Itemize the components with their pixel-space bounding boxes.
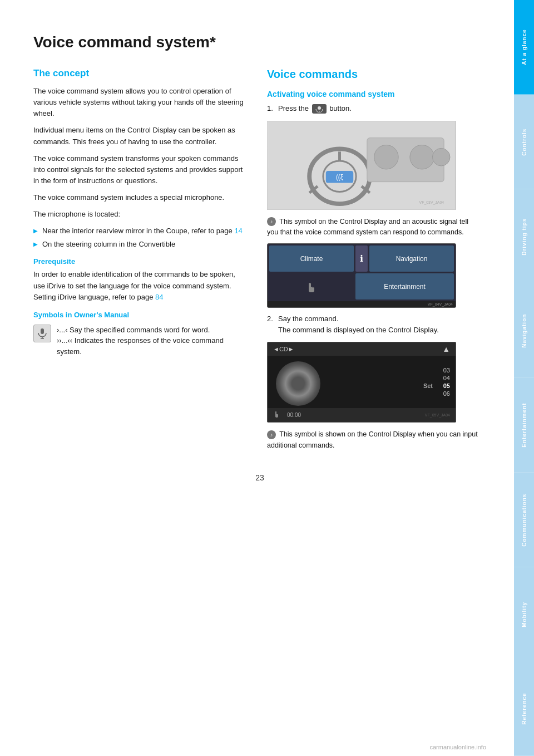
sidebar-tab-navigation[interactable]: Navigation: [514, 283, 534, 378]
note-symbol-1: ♪: [267, 217, 276, 226]
activating-heading: Activating voice command system: [267, 90, 478, 99]
svg-text:((ξ: ((ξ: [336, 173, 344, 180]
cd-header: ◄ CD ► ▲: [268, 342, 456, 356]
cd-hand-icon: [273, 410, 284, 419]
track-03-num: 03: [436, 367, 450, 374]
page-number: 23: [33, 473, 486, 482]
page-title: Voice command system*: [33, 33, 486, 51]
track-05-label: Set: [329, 382, 436, 389]
bullet-text-2: On the steering column in the Convertibl…: [42, 239, 175, 250]
prerequisite-heading: Prerequisite: [33, 257, 245, 266]
voice-commands-heading: Voice commands: [267, 68, 478, 81]
svg-point-15: [432, 148, 450, 166]
concept-heading: The concept: [33, 68, 245, 79]
display-watermark: VF_04V_JA04: [268, 301, 456, 307]
two-column-layout: The concept The voice command system all…: [33, 68, 486, 456]
car-svg: ((ξ VF_03V_JA04: [268, 121, 456, 209]
page-link-84[interactable]: 84: [155, 293, 163, 301]
bullet-item-2: ▶ On the steering column in the Converti…: [33, 239, 245, 250]
sidebar: At a glance Controls Driving tips Naviga…: [514, 0, 534, 756]
mic-button-icon: [312, 104, 327, 114]
sidebar-label-mobility: Mobility: [521, 601, 527, 627]
sidebar-tab-at-a-glance[interactable]: At a glance: [514, 0, 534, 95]
concept-para-3: The voice command system transforms your…: [33, 153, 245, 186]
cd-body: 03 04 Set 05: [268, 356, 456, 408]
cd-label: CD: [279, 346, 288, 352]
step-1-text: Press the button.: [278, 103, 478, 114]
page-link-14[interactable]: 14: [234, 227, 242, 235]
cd-track-06: 06: [329, 390, 450, 397]
mic-symbol-icon: [33, 325, 51, 342]
sidebar-tab-driving-tips[interactable]: Driving tips: [514, 189, 534, 284]
bullet-arrow-icon-2: ▶: [33, 240, 38, 248]
symbol-description: ›...‹ Say the specified commands word fo…: [57, 325, 245, 357]
step-number-1: 1.: [267, 103, 278, 114]
page-container: Voice command system* The concept The vo…: [0, 0, 534, 756]
concept-para-1: The voice command system allows you to c…: [33, 86, 245, 119]
sidebar-label-navigation: Navigation: [521, 314, 527, 348]
cd-display-image: ◄ CD ► ▲ 03: [267, 342, 456, 423]
sidebar-label-communications: Communications: [521, 493, 527, 546]
note-1-text: ♪ This symbol on the Control Display and…: [267, 217, 478, 238]
note-symbol-2: ♪: [267, 430, 276, 439]
sidebar-tab-mobility[interactable]: Mobility: [514, 567, 534, 662]
cd-time: 00:00: [287, 412, 301, 418]
left-column: The concept The voice command system all…: [33, 68, 245, 456]
sidebar-label-entertainment: Entertainment: [521, 403, 527, 448]
display-grid: Climate ℹ Navigation Entertainment: [268, 244, 456, 301]
step-2-text: Say the command.The command is displayed…: [278, 313, 478, 335]
cd-next-icon: ►: [288, 346, 294, 352]
prerequisite-text: In order to enable identification of the…: [33, 269, 245, 302]
svg-rect-4: [318, 106, 321, 110]
cd-track-03: 03: [329, 367, 450, 374]
sidebar-label-reference: Reference: [521, 693, 527, 724]
cd-menu-icon: ▲: [442, 345, 450, 354]
concept-para-5: The microphone is located:: [33, 209, 245, 220]
bullet-item-1: ▶ Near the interior rearview mirror in t…: [33, 225, 245, 237]
sidebar-label-controls: Controls: [521, 128, 527, 155]
track-04-num: 04: [436, 375, 450, 381]
symbol-response-text: ››...‹‹ Indicates the responses of the v…: [57, 336, 224, 356]
step-number-2: 2.: [267, 313, 278, 325]
cd-track-04: 04: [329, 375, 450, 381]
svg-point-13: [374, 145, 398, 169]
cd-watermark: VF_05V_JA04: [301, 413, 450, 417]
concept-para-2: Individual menu items on the Control Dis…: [33, 125, 245, 147]
sidebar-tab-entertainment[interactable]: Entertainment: [514, 378, 534, 473]
svg-text:VF_03V_JA04: VF_03V_JA04: [419, 200, 444, 205]
watermark: carmanualonline.info: [429, 744, 486, 750]
cd-track-05: Set 05: [329, 382, 450, 389]
right-column: Voice commands Activating voice command …: [267, 68, 478, 456]
cd-footer: 00:00 VF_05V_JA04: [268, 408, 456, 422]
hand-icon: [304, 279, 319, 294]
bullet-arrow-icon: ▶: [33, 227, 38, 235]
cd-disc: [276, 361, 320, 406]
symbol-say-text: ›...‹ Say the specified commands word fo…: [57, 326, 210, 334]
sidebar-tab-communications[interactable]: Communications: [514, 473, 534, 567]
bullet-text-1: Near the interior rearview mirror in the…: [42, 225, 243, 237]
concept-para-4: The voice command system includes a spec…: [33, 192, 245, 203]
sidebar-tab-controls[interactable]: Controls: [514, 95, 534, 189]
car-image-inner: ((ξ VF_03V_JA04: [268, 121, 456, 209]
step-1: 1. Press the button.: [267, 103, 478, 114]
step-2: 2. Say the command.The command is displa…: [267, 313, 478, 335]
svg-point-14: [410, 145, 434, 169]
cd-track-icon: [273, 410, 284, 420]
main-content: Voice command system* The concept The vo…: [0, 0, 514, 756]
track-05-num: 05: [436, 382, 450, 389]
navigation-cell: Navigation: [369, 246, 454, 272]
cd-prev-icon: ◄: [273, 346, 279, 352]
sidebar-label-at-a-glance: At a glance: [521, 30, 527, 65]
cd-tracks: 03 04 Set 05: [329, 356, 456, 408]
control-display-image: Climate ℹ Navigation Entertainment VF_04…: [267, 243, 456, 308]
sidebar-tab-reference[interactable]: Reference: [514, 661, 534, 756]
entertainment-cell: Entertainment: [355, 273, 454, 300]
symbols-heading: Symbols in Owner's Manual: [33, 311, 245, 319]
climate-cell: Climate: [269, 246, 354, 272]
svg-rect-0: [41, 328, 44, 334]
car-steering-image: ((ξ VF_03V_JA04: [267, 121, 456, 210]
icon-cell: [269, 273, 354, 300]
track-06-num: 06: [436, 390, 450, 397]
symbol-box: ›...‹ Say the specified commands word fo…: [33, 325, 245, 357]
info-cell: ℹ: [355, 246, 368, 272]
